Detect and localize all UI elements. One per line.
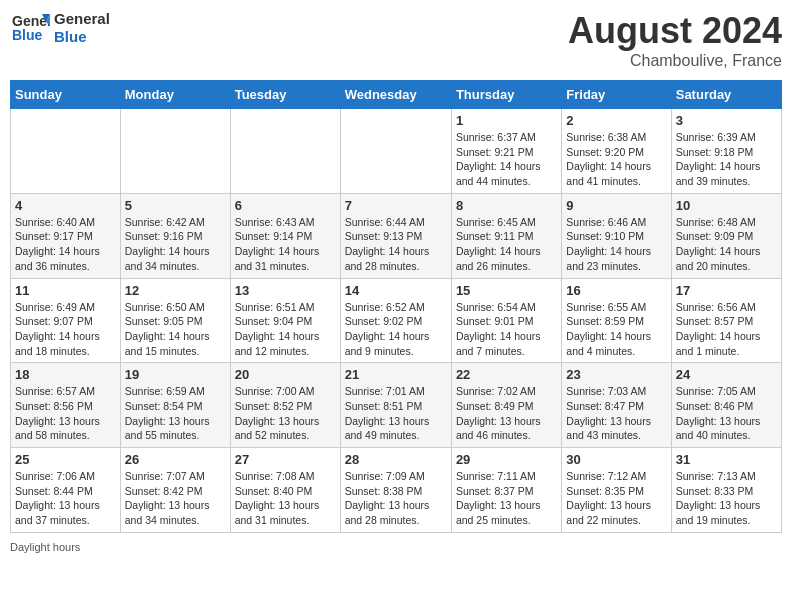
day-number: 19 (125, 367, 226, 382)
week-row-3: 18Sunrise: 6:57 AM Sunset: 8:56 PM Dayli… (11, 363, 782, 448)
calendar-cell: 11Sunrise: 6:49 AM Sunset: 9:07 PM Dayli… (11, 278, 121, 363)
calendar-cell: 31Sunrise: 7:13 AM Sunset: 8:33 PM Dayli… (671, 448, 781, 533)
calendar-cell (340, 109, 451, 194)
day-info: Sunrise: 6:45 AM Sunset: 9:11 PM Dayligh… (456, 215, 557, 274)
day-info: Sunrise: 6:55 AM Sunset: 8:59 PM Dayligh… (566, 300, 666, 359)
day-number: 27 (235, 452, 336, 467)
day-info: Sunrise: 6:56 AM Sunset: 8:57 PM Dayligh… (676, 300, 777, 359)
header-monday: Monday (120, 81, 230, 109)
calendar-cell: 21Sunrise: 7:01 AM Sunset: 8:51 PM Dayli… (340, 363, 451, 448)
calendar-cell: 3Sunrise: 6:39 AM Sunset: 9:18 PM Daylig… (671, 109, 781, 194)
day-number: 9 (566, 198, 666, 213)
day-info: Sunrise: 7:00 AM Sunset: 8:52 PM Dayligh… (235, 384, 336, 443)
location-subtitle: Chamboulive, France (568, 52, 782, 70)
calendar-cell: 2Sunrise: 6:38 AM Sunset: 9:20 PM Daylig… (562, 109, 671, 194)
day-number: 15 (456, 283, 557, 298)
day-number: 26 (125, 452, 226, 467)
day-number: 3 (676, 113, 777, 128)
calendar-cell (11, 109, 121, 194)
day-info: Sunrise: 6:50 AM Sunset: 9:05 PM Dayligh… (125, 300, 226, 359)
calendar-cell: 1Sunrise: 6:37 AM Sunset: 9:21 PM Daylig… (451, 109, 561, 194)
calendar-cell: 25Sunrise: 7:06 AM Sunset: 8:44 PM Dayli… (11, 448, 121, 533)
month-year-title: August 2024 (568, 10, 782, 52)
day-number: 12 (125, 283, 226, 298)
day-number: 17 (676, 283, 777, 298)
day-info: Sunrise: 7:08 AM Sunset: 8:40 PM Dayligh… (235, 469, 336, 528)
calendar-cell: 17Sunrise: 6:56 AM Sunset: 8:57 PM Dayli… (671, 278, 781, 363)
day-number: 29 (456, 452, 557, 467)
calendar-cell: 27Sunrise: 7:08 AM Sunset: 8:40 PM Dayli… (230, 448, 340, 533)
calendar-cell: 18Sunrise: 6:57 AM Sunset: 8:56 PM Dayli… (11, 363, 121, 448)
day-info: Sunrise: 7:11 AM Sunset: 8:37 PM Dayligh… (456, 469, 557, 528)
calendar-cell (230, 109, 340, 194)
day-info: Sunrise: 6:38 AM Sunset: 9:20 PM Dayligh… (566, 130, 666, 189)
daylight-hours-label: Daylight hours (10, 541, 80, 553)
day-info: Sunrise: 7:02 AM Sunset: 8:49 PM Dayligh… (456, 384, 557, 443)
day-info: Sunrise: 6:39 AM Sunset: 9:18 PM Dayligh… (676, 130, 777, 189)
day-number: 5 (125, 198, 226, 213)
title-block: August 2024 Chamboulive, France (568, 10, 782, 70)
calendar-cell: 7Sunrise: 6:44 AM Sunset: 9:13 PM Daylig… (340, 193, 451, 278)
calendar-cell: 9Sunrise: 6:46 AM Sunset: 9:10 PM Daylig… (562, 193, 671, 278)
day-info: Sunrise: 6:52 AM Sunset: 9:02 PM Dayligh… (345, 300, 447, 359)
day-info: Sunrise: 7:06 AM Sunset: 8:44 PM Dayligh… (15, 469, 116, 528)
day-info: Sunrise: 7:03 AM Sunset: 8:47 PM Dayligh… (566, 384, 666, 443)
calendar-cell: 12Sunrise: 6:50 AM Sunset: 9:05 PM Dayli… (120, 278, 230, 363)
day-number: 10 (676, 198, 777, 213)
day-info: Sunrise: 6:48 AM Sunset: 9:09 PM Dayligh… (676, 215, 777, 274)
calendar-cell: 13Sunrise: 6:51 AM Sunset: 9:04 PM Dayli… (230, 278, 340, 363)
day-number: 30 (566, 452, 666, 467)
logo-text: General Blue (54, 10, 110, 46)
day-info: Sunrise: 6:57 AM Sunset: 8:56 PM Dayligh… (15, 384, 116, 443)
day-number: 18 (15, 367, 116, 382)
day-info: Sunrise: 6:40 AM Sunset: 9:17 PM Dayligh… (15, 215, 116, 274)
calendar-header-row: SundayMondayTuesdayWednesdayThursdayFrid… (11, 81, 782, 109)
day-number: 8 (456, 198, 557, 213)
day-number: 31 (676, 452, 777, 467)
calendar-cell: 5Sunrise: 6:42 AM Sunset: 9:16 PM Daylig… (120, 193, 230, 278)
day-number: 4 (15, 198, 116, 213)
header-sunday: Sunday (11, 81, 121, 109)
day-info: Sunrise: 6:54 AM Sunset: 9:01 PM Dayligh… (456, 300, 557, 359)
week-row-0: 1Sunrise: 6:37 AM Sunset: 9:21 PM Daylig… (11, 109, 782, 194)
day-info: Sunrise: 6:46 AM Sunset: 9:10 PM Dayligh… (566, 215, 666, 274)
day-number: 13 (235, 283, 336, 298)
calendar-cell: 28Sunrise: 7:09 AM Sunset: 8:38 PM Dayli… (340, 448, 451, 533)
calendar-cell: 19Sunrise: 6:59 AM Sunset: 8:54 PM Dayli… (120, 363, 230, 448)
calendar-cell: 22Sunrise: 7:02 AM Sunset: 8:49 PM Dayli… (451, 363, 561, 448)
day-info: Sunrise: 7:05 AM Sunset: 8:46 PM Dayligh… (676, 384, 777, 443)
calendar-cell: 15Sunrise: 6:54 AM Sunset: 9:01 PM Dayli… (451, 278, 561, 363)
calendar-table: SundayMondayTuesdayWednesdayThursdayFrid… (10, 80, 782, 533)
day-number: 23 (566, 367, 666, 382)
logo-icon: General Blue (10, 10, 50, 46)
day-number: 7 (345, 198, 447, 213)
day-info: Sunrise: 6:59 AM Sunset: 8:54 PM Dayligh… (125, 384, 226, 443)
day-number: 14 (345, 283, 447, 298)
day-number: 24 (676, 367, 777, 382)
header-wednesday: Wednesday (340, 81, 451, 109)
day-number: 1 (456, 113, 557, 128)
day-info: Sunrise: 6:51 AM Sunset: 9:04 PM Dayligh… (235, 300, 336, 359)
day-info: Sunrise: 7:01 AM Sunset: 8:51 PM Dayligh… (345, 384, 447, 443)
header-friday: Friday (562, 81, 671, 109)
day-info: Sunrise: 7:07 AM Sunset: 8:42 PM Dayligh… (125, 469, 226, 528)
day-info: Sunrise: 6:43 AM Sunset: 9:14 PM Dayligh… (235, 215, 336, 274)
calendar-cell: 8Sunrise: 6:45 AM Sunset: 9:11 PM Daylig… (451, 193, 561, 278)
calendar-cell: 16Sunrise: 6:55 AM Sunset: 8:59 PM Dayli… (562, 278, 671, 363)
calendar-cell: 29Sunrise: 7:11 AM Sunset: 8:37 PM Dayli… (451, 448, 561, 533)
footer-label: Daylight hours (10, 541, 782, 553)
calendar-cell: 26Sunrise: 7:07 AM Sunset: 8:42 PM Dayli… (120, 448, 230, 533)
calendar-cell: 6Sunrise: 6:43 AM Sunset: 9:14 PM Daylig… (230, 193, 340, 278)
header-saturday: Saturday (671, 81, 781, 109)
day-info: Sunrise: 6:37 AM Sunset: 9:21 PM Dayligh… (456, 130, 557, 189)
logo: General Blue General Blue (10, 10, 110, 46)
day-number: 20 (235, 367, 336, 382)
calendar-cell: 14Sunrise: 6:52 AM Sunset: 9:02 PM Dayli… (340, 278, 451, 363)
day-number: 22 (456, 367, 557, 382)
day-number: 6 (235, 198, 336, 213)
day-info: Sunrise: 6:42 AM Sunset: 9:16 PM Dayligh… (125, 215, 226, 274)
calendar-cell: 4Sunrise: 6:40 AM Sunset: 9:17 PM Daylig… (11, 193, 121, 278)
page-header: General Blue General Blue August 2024 Ch… (10, 10, 782, 70)
day-info: Sunrise: 6:44 AM Sunset: 9:13 PM Dayligh… (345, 215, 447, 274)
header-thursday: Thursday (451, 81, 561, 109)
